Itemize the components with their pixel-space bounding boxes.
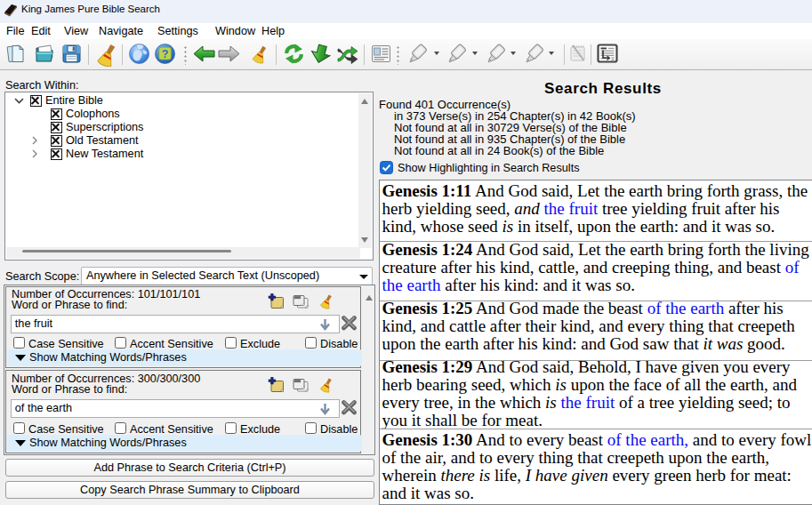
svg-text:?: ? bbox=[162, 48, 169, 60]
